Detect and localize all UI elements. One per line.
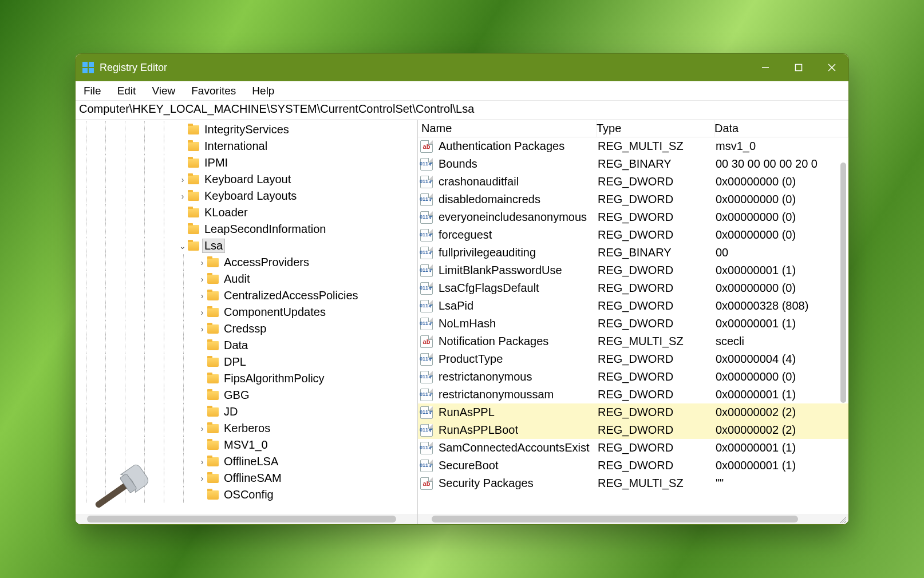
value-data: 0x00000328 (808) (716, 299, 848, 312)
value-row[interactable]: disabledomaincredsREG_DWORD0x00000000 (0… (418, 191, 848, 208)
tree-item-label: GBG (222, 389, 251, 402)
tree-item[interactable]: ›Credssp (76, 320, 417, 337)
value-row[interactable]: Security PackagesREG_MULTI_SZ"" (418, 474, 848, 492)
tree-item-label: KLoader (203, 206, 250, 219)
titlebar[interactable]: Registry Editor (76, 54, 848, 81)
values-list[interactable]: Authentication PackagesREG_MULTI_SZmsv1_… (418, 137, 848, 514)
tree-item-label: Kerberos (222, 422, 272, 435)
values-hscrollbar[interactable] (418, 514, 848, 524)
tree-item-label: OfflineLSA (222, 455, 280, 468)
value-row[interactable]: LimitBlankPasswordUseREG_DWORD0x00000001… (418, 262, 848, 279)
value-row[interactable]: LsaCfgFlagsDefaultREG_DWORD0x00000000 (0… (418, 279, 848, 297)
chevron-right-icon[interactable]: › (197, 291, 207, 300)
tree-item[interactable]: Data (76, 337, 417, 354)
maximize-button[interactable] (782, 54, 815, 81)
menu-favorites[interactable]: Favorites (191, 85, 236, 97)
value-row[interactable]: restrictanonymousREG_DWORD0x00000000 (0) (418, 368, 848, 386)
tree-item[interactable]: JD (76, 403, 417, 420)
tree-item[interactable]: International (76, 138, 417, 155)
menu-edit[interactable]: Edit (117, 85, 136, 97)
value-row[interactable]: everyoneincludesanonymousREG_DWORD0x0000… (418, 208, 848, 226)
value-row[interactable]: NoLmHashREG_DWORD0x00000001 (1) (418, 315, 848, 332)
column-header-data[interactable]: Data (714, 120, 848, 137)
tree-item[interactable]: ›Audit (76, 271, 417, 287)
folder-icon (207, 407, 219, 417)
tree-item[interactable]: ›AccessProviders (76, 254, 417, 271)
minimize-button[interactable] (749, 54, 782, 81)
tree-item[interactable]: MSV1_0 (76, 437, 417, 453)
value-data: 0x00000004 (4) (716, 353, 848, 366)
tree-item[interactable]: IPMI (76, 155, 417, 171)
tree-item[interactable]: ›Kerberos (76, 420, 417, 437)
chevron-right-icon[interactable]: › (197, 474, 207, 483)
value-data: 0x00000001 (1) (716, 388, 848, 401)
chevron-right-icon[interactable]: › (197, 424, 207, 433)
value-row[interactable]: LsaPidREG_DWORD0x00000328 (808) (418, 297, 848, 315)
menu-file[interactable]: File (84, 85, 101, 97)
tree-item[interactable]: ›ComponentUpdates (76, 304, 417, 320)
value-data: 0x00000000 (0) (716, 370, 848, 383)
tree-item[interactable]: OSConfig (76, 486, 417, 503)
column-header-type[interactable]: Type (597, 120, 714, 137)
close-button[interactable] (815, 54, 848, 81)
tree-item[interactable]: ›CentralizedAccessPolicies (76, 287, 417, 304)
value-type: REG_DWORD (598, 264, 716, 277)
value-data: 0x00000000 (0) (716, 193, 848, 206)
minimize-icon (761, 64, 769, 72)
value-row[interactable]: Notification PackagesREG_MULTI_SZscecli (418, 332, 848, 350)
value-type: REG_DWORD (598, 441, 716, 454)
values-header: Name Type Data (418, 120, 848, 137)
chevron-right-icon[interactable]: › (197, 275, 207, 284)
tree-item[interactable]: GBG (76, 387, 417, 403)
chevron-right-icon[interactable]: › (197, 308, 207, 317)
menubar: File Edit View Favorites Help (76, 81, 848, 101)
tree-view[interactable]: IntegrityServicesInternationalIPMI›Keybo… (76, 120, 417, 514)
tree-item-label: CentralizedAccessPolicies (222, 289, 360, 302)
value-row[interactable]: SecureBootREG_DWORD0x00000001 (1) (418, 457, 848, 474)
tree-item[interactable]: ›Keyboard Layouts (76, 188, 417, 204)
value-row[interactable]: BoundsREG_BINARY00 30 00 00 00 20 0 (418, 155, 848, 173)
value-row[interactable]: RunAsPPLBootREG_DWORD0x00000002 (2) (418, 421, 848, 439)
value-row[interactable]: Authentication PackagesREG_MULTI_SZmsv1_… (418, 137, 848, 155)
chevron-right-icon[interactable]: › (197, 324, 207, 334)
value-row[interactable]: SamConnectedAccountsExistREG_DWORD0x0000… (418, 439, 848, 457)
tree-item[interactable]: LeapSecondInformation (76, 221, 417, 237)
tree-item-label: FipsAlgorithmPolicy (222, 372, 326, 385)
values-vscrollbar[interactable] (839, 140, 847, 512)
value-name: Bounds (435, 157, 598, 171)
chevron-right-icon[interactable]: › (177, 192, 188, 201)
chevron-right-icon[interactable]: › (197, 457, 207, 466)
tree-item[interactable]: IntegrityServices (76, 121, 417, 138)
value-name: LsaPid (435, 299, 598, 312)
tree-item[interactable]: KLoader (76, 204, 417, 221)
value-row[interactable]: restrictanonymoussamREG_DWORD0x00000001 … (418, 386, 848, 403)
tree-item[interactable]: FipsAlgorithmPolicy (76, 370, 417, 387)
value-type: REG_MULTI_SZ (598, 477, 716, 490)
chevron-right-icon[interactable]: › (197, 258, 207, 267)
folder-icon (207, 490, 219, 500)
tree-item-label: IPMI (203, 156, 230, 169)
tree-item[interactable]: ⌄Lsa (76, 237, 417, 254)
value-row[interactable]: crashonauditfailREG_DWORD0x00000000 (0) (418, 173, 848, 191)
tree-item-label: Credssp (222, 322, 268, 335)
folder-icon (188, 125, 199, 134)
chevron-down-icon[interactable]: ⌄ (177, 242, 188, 251)
menu-view[interactable]: View (152, 85, 175, 97)
tree-item[interactable]: ›OfflineLSA (76, 453, 417, 470)
menu-help[interactable]: Help (252, 85, 274, 97)
value-row[interactable]: RunAsPPLREG_DWORD0x00000002 (2) (418, 403, 848, 421)
tree-item[interactable]: ›Keyboard Layout (76, 171, 417, 188)
value-row[interactable]: forceguestREG_DWORD0x00000000 (0) (418, 226, 848, 244)
chevron-right-icon[interactable]: › (177, 175, 188, 184)
tree-item[interactable]: DPL (76, 354, 417, 370)
folder-icon (188, 175, 199, 184)
value-row[interactable]: fullprivilegeauditingREG_BINARY00 (418, 244, 848, 262)
column-header-name[interactable]: Name (418, 120, 597, 137)
resize-grip[interactable] (838, 515, 846, 523)
value-type: REG_DWORD (598, 353, 716, 366)
tree-item[interactable]: ›OfflineSAM (76, 470, 417, 486)
value-row[interactable]: ProductTypeREG_DWORD0x00000004 (4) (418, 350, 848, 368)
tree-hscrollbar[interactable] (76, 514, 417, 524)
address-bar[interactable]: Computer\HKEY_LOCAL_MACHINE\SYSTEM\Curre… (76, 101, 848, 120)
tree-panel: IntegrityServicesInternationalIPMI›Keybo… (76, 120, 418, 524)
